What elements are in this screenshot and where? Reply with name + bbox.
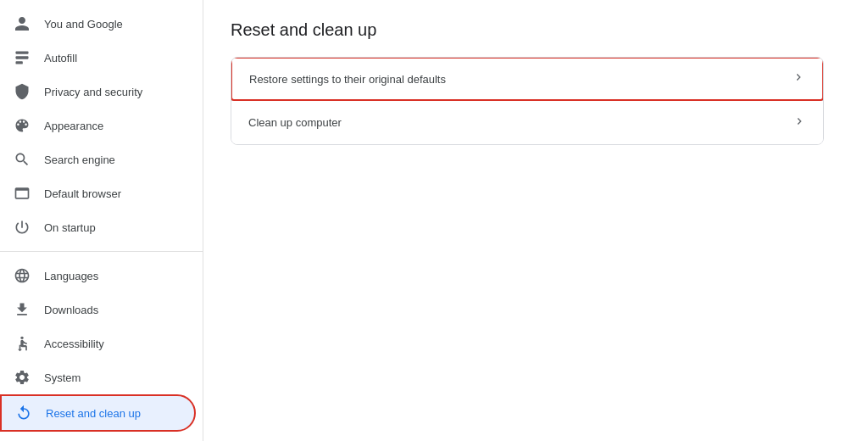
svg-rect-2 [16,61,23,64]
sidebar-item-label: Languages [44,270,182,282]
power-icon [14,219,31,236]
sidebar-item-label: Default browser [44,187,182,200]
sidebar-item-languages[interactable]: Languages [0,259,196,293]
row-text-clean-up-computer: Clean up computer [248,116,793,129]
svg-rect-1 [16,56,29,59]
accessibility-icon [14,335,31,352]
row-arrow-icon [793,114,806,131]
sidebar-item-label: System [44,371,182,384]
download-icon [14,301,31,318]
sidebar-item-accessibility[interactable]: Accessibility [0,327,196,360]
sidebar-item-label: Reset and clean up [46,407,181,420]
settings-icon [14,369,31,386]
settings-row-clean-up-computer[interactable]: Clean up computer [231,100,823,144]
sidebar-item-you-and-google[interactable]: You and Google [0,7,196,41]
sidebar-item-label: Autofill [44,52,182,64]
sidebar-item-system[interactable]: System [0,360,196,394]
svg-rect-0 [16,52,29,54]
main-content: Reset and clean up Restore settings to t… [203,0,868,441]
sidebar-item-appearance[interactable]: Appearance [0,109,196,142]
search-icon [14,151,31,168]
settings-row-restore-settings[interactable]: Restore settings to their original defau… [231,57,824,101]
reset-icon [15,405,32,421]
sidebar-item-autofill[interactable]: Autofill [0,41,196,75]
sidebar-item-privacy-security[interactable]: Privacy and security [0,75,196,109]
sidebar-item-search-engine[interactable]: Search engine [0,142,196,176]
sidebar-item-on-startup[interactable]: On startup [0,210,196,244]
browser-icon [14,185,31,202]
globe-icon [14,267,31,284]
sidebar-item-label: Appearance [44,120,182,132]
sidebar-item-default-browser[interactable]: Default browser [0,176,196,210]
sidebar-divider [0,251,203,252]
page-title: Reset and clean up [231,20,841,40]
sidebar-item-reset-clean-up[interactable]: Reset and clean up [0,394,196,432]
sidebar-item-label: Search engine [44,154,182,166]
sidebar: You and GoogleAutofillPrivacy and securi… [0,0,203,441]
autofill-icon [14,49,31,66]
palette-icon [14,117,31,134]
sidebar-item-label: Privacy and security [44,86,182,98]
shield-icon [14,83,31,100]
sidebar-item-label: You and Google [44,18,182,31]
person-icon [14,15,31,32]
svg-point-3 [20,337,23,339]
row-arrow-icon [792,70,805,87]
sidebar-item-label: Downloads [44,304,182,316]
sidebar-item-label: On startup [44,221,182,234]
row-text-restore-settings: Restore settings to their original defau… [249,73,792,86]
sidebar-item-label: Accessibility [44,338,182,350]
settings-card: Restore settings to their original defau… [231,57,824,145]
sidebar-item-downloads[interactable]: Downloads [0,293,196,327]
